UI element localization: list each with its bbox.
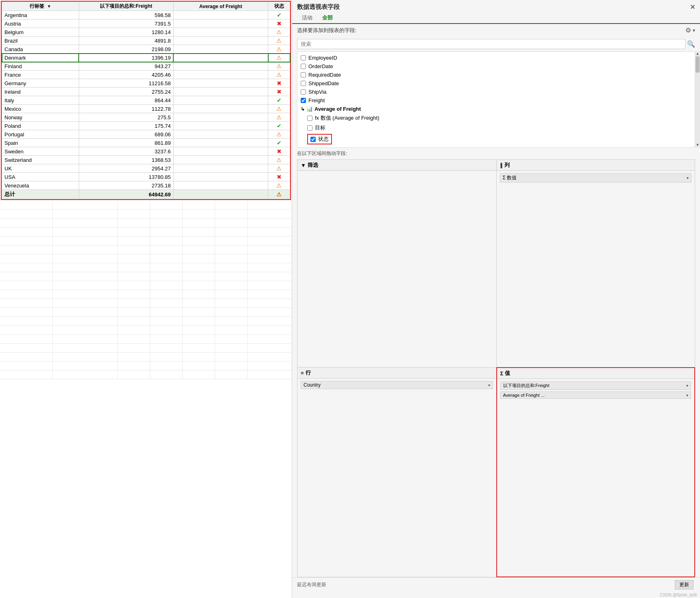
row-avg (173, 181, 268, 190)
row-status: ⚠ (268, 164, 290, 173)
sub-field-checkbox-fx_value[interactable] (307, 116, 312, 121)
empty-cell (183, 317, 215, 325)
row-avg (173, 19, 268, 28)
zone-filter-header: ▼ 筛选 (297, 160, 496, 171)
field-item-shippeddate[interactable]: ShippedDate (297, 79, 695, 88)
field-item-freight[interactable]: Freight (297, 96, 695, 105)
empty-row (0, 281, 292, 290)
row-sum: 2755.24 (79, 88, 173, 96)
field-label-orderdate: OrderDate (308, 63, 691, 69)
row-status: ✔ (268, 122, 290, 130)
row-label: UK (2, 164, 79, 173)
zone-row-label: 行 (306, 369, 311, 376)
total-row: 总计 64942.69 ⚠ (2, 190, 290, 199)
empty-cell (0, 370, 53, 379)
sub-field-fx_value[interactable]: fx 数值 (Average of Freight) (297, 113, 695, 123)
fields-wrapper: EmployeeID OrderDate RequiredDate Shippe… (297, 52, 695, 148)
empty-cell (215, 344, 248, 352)
values-icon: Σ (500, 370, 504, 376)
row-avg (173, 147, 268, 156)
row-sum: 11216.58 (79, 79, 173, 88)
row-label: Venezuela (2, 181, 79, 190)
field-checkbox-shippeddate[interactable] (301, 81, 306, 86)
zone-filter: ▼ 筛选 (297, 159, 496, 367)
row-sum: 2198.09 (79, 45, 173, 54)
scroll-up-btn[interactable]: ▲ (696, 52, 700, 56)
field-checkbox-freight[interactable] (301, 98, 306, 103)
row-avg (173, 113, 268, 122)
empty-row (0, 299, 292, 308)
zone-row-tag-country[interactable]: Country ▾ (301, 381, 493, 389)
sub-field-checkbox-target[interactable] (307, 125, 312, 131)
subtitle-row: 选择要添加到报表的字段: ⚙ ▾ (292, 24, 700, 37)
empty-cell (183, 281, 215, 290)
field-item-employeeid[interactable]: EmployeeID (297, 54, 695, 62)
status-icon: ⚠ (276, 165, 282, 172)
table-row: Spain 861.89 ✔ (2, 139, 290, 147)
zone-row-tag-arrow[interactable]: ▾ (488, 383, 490, 387)
status-icon: ✖ (277, 80, 282, 86)
col-header-label: 行标签 ▼ (2, 2, 79, 11)
zone-values-tag-avg-arrow[interactable]: ▾ (686, 393, 688, 398)
zone-values-tag-freight-label: 以下项目的总和:Freight (503, 383, 549, 389)
empty-cell (215, 245, 248, 254)
empty-cell (215, 228, 248, 236)
empty-cell (150, 299, 183, 308)
table-row: Venezuela 2735.18 ⚠ (2, 181, 290, 190)
empty-cell (183, 219, 215, 227)
empty-row (0, 272, 292, 281)
field-checkbox-requireddate[interactable] (301, 72, 306, 77)
right-panel: 数据透视表字段 ✕ 活动 全部 选择要添加到报表的字段: ⚙ ▾ 🔍 Emplo… (292, 0, 700, 598)
scroll-down-btn[interactable]: ▼ (696, 143, 700, 147)
status-icon: ⚠ (276, 29, 282, 35)
settings-dropdown-arrow[interactable]: ▾ (693, 28, 695, 33)
sub-field-target[interactable]: 目标 (297, 123, 695, 133)
field-item-orderdate[interactable]: OrderDate (297, 62, 695, 71)
field-checkbox-shipvia[interactable] (301, 89, 306, 95)
status-icon: ✖ (277, 174, 282, 180)
zone-row-content: Country ▾ (297, 379, 496, 399)
row-sum: 4891.8 (79, 37, 173, 45)
zone-values-tag-avg[interactable]: Average of Freight ... ▾ (500, 391, 691, 399)
zone-column-tag-arrow[interactable]: ▾ (687, 176, 689, 180)
field-checkbox-employeeid[interactable] (301, 55, 306, 60)
row-label: Mexico (2, 105, 79, 113)
empty-cell (118, 361, 150, 370)
empty-cell (53, 281, 118, 290)
empty-cell (0, 308, 53, 316)
field-checkbox-orderdate[interactable] (301, 64, 306, 69)
search-input[interactable] (297, 39, 685, 49)
row-sum: 2954.27 (79, 164, 173, 173)
empty-row (0, 201, 292, 210)
zone-values-header: Σ 值 (497, 368, 695, 379)
empty-cell (215, 219, 248, 227)
empty-cell (183, 370, 215, 379)
zone-values-tag-freight-arrow[interactable]: ▾ (686, 383, 688, 388)
empty-cell (183, 237, 215, 245)
empty-cell (150, 353, 183, 361)
sub-field-checkbox-status[interactable] (310, 137, 316, 142)
zone-column-tag-values[interactable]: Σ 数值 ▾ (500, 173, 692, 183)
field-item-requireddate[interactable]: RequiredDate (297, 71, 695, 79)
sub-field-status[interactable]: 状态 (297, 133, 695, 146)
zone-values-tag-freight[interactable]: 以下项目的总和:Freight ▾ (500, 381, 691, 390)
close-button[interactable]: ✕ (690, 3, 695, 11)
empty-cell (183, 254, 215, 263)
empty-cell (118, 263, 150, 272)
empty-row (0, 308, 292, 317)
empty-cell (53, 219, 118, 227)
empty-cell (150, 317, 183, 325)
avg-freight-label: Average of Freight (314, 106, 361, 112)
tab-all[interactable]: 全部 (317, 13, 338, 24)
settings-icon[interactable]: ⚙ (685, 26, 691, 34)
empty-cell (215, 335, 248, 343)
update-button[interactable]: 更新 (675, 580, 694, 589)
tabs-row: 活动 全部 (292, 13, 700, 24)
empty-cell (150, 263, 183, 272)
empty-cell (215, 210, 248, 218)
field-item-shipvia[interactable]: ShipVia (297, 88, 695, 96)
panel-title-bar: 数据透视表字段 ✕ (292, 0, 700, 13)
expand-icon[interactable]: ↳ (301, 106, 305, 112)
empty-cell (183, 361, 215, 370)
tab-active[interactable]: 活动 (297, 13, 317, 23)
